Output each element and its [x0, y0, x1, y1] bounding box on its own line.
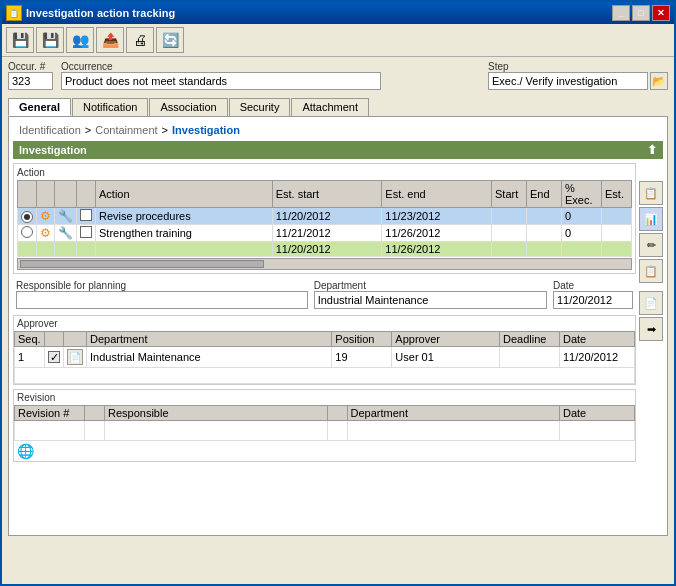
info-row: Occur. # Occurrence Step 📂 — [2, 57, 674, 94]
approver-table: Seq. Department Position Approver Deadli… — [14, 331, 635, 384]
occurrence-input[interactable] — [61, 72, 381, 90]
col-cb — [45, 332, 64, 347]
col-empty2 — [55, 181, 77, 208]
department-label: Department — [314, 280, 547, 291]
tab-security[interactable]: Security — [229, 98, 291, 116]
close-button[interactable]: ✕ — [652, 5, 670, 21]
occur-label: Occur. # — [8, 61, 53, 72]
col-rev-num: Revision # — [15, 406, 85, 421]
gear-icon: ⚙ — [40, 209, 51, 223]
side-btn-4[interactable]: 📋 — [639, 259, 663, 283]
breadcrumb-identification[interactable]: Identification — [19, 124, 81, 136]
tab-notification[interactable]: Notification — [72, 98, 148, 116]
occur-input[interactable] — [8, 72, 53, 90]
col-seq: Seq. — [15, 332, 45, 347]
empty-cell-2 — [37, 242, 55, 257]
maximize-button[interactable]: □ — [632, 5, 650, 21]
collapse-button[interactable]: ⬆ — [647, 143, 657, 157]
approver-row-empty — [15, 368, 635, 384]
table-row-green: 11/20/2012 11/26/2012 — [18, 242, 632, 257]
tab-association[interactable]: Association — [149, 98, 227, 116]
action-cell-2: Strengthen training — [96, 225, 273, 242]
action-table: Action Est. start Est. end Start End % E… — [17, 180, 632, 257]
col-start: Start — [492, 181, 527, 208]
responsible-row: Responsible for planning Department Date — [13, 276, 636, 313]
responsible-label: Responsible for planning — [16, 280, 308, 291]
empty-cell-1 — [18, 242, 37, 257]
window-controls[interactable]: _ □ ✕ — [612, 5, 670, 21]
rev-empty5 — [347, 421, 559, 441]
save2-button[interactable]: 💾 — [36, 27, 64, 53]
people-button[interactable]: 👥 — [66, 27, 94, 53]
date-label: Date — [553, 280, 633, 291]
approver-cell: User 01 — [392, 347, 500, 368]
side-btn-3[interactable]: ✏ — [639, 233, 663, 257]
department-input[interactable] — [314, 291, 547, 309]
empty-cell-3 — [55, 242, 77, 257]
col-rev-responsible: Responsible — [105, 406, 328, 421]
titlebar: 📋 Investigation action tracking _ □ ✕ — [2, 2, 674, 24]
col-radio — [18, 181, 37, 208]
date-cell: 11/20/2012 — [560, 347, 635, 368]
occurrence-field: Occurrence — [61, 61, 480, 90]
col-date: Date — [560, 332, 635, 347]
approver-checkbox[interactable]: ✓ — [48, 351, 60, 363]
radio-2[interactable] — [21, 226, 33, 238]
revision-export-button[interactable]: ➡ — [639, 317, 663, 341]
breadcrumb-sep1: > — [85, 124, 91, 136]
breadcrumb-sep2: > — [162, 124, 168, 136]
col-est-start: Est. start — [272, 181, 382, 208]
checkbox-1[interactable] — [80, 209, 92, 221]
world-icon: 🌐 — [17, 443, 34, 459]
col-end: End — [527, 181, 562, 208]
est-start-cell-2: 11/21/2012 — [272, 225, 382, 242]
revision-row-empty — [15, 421, 635, 441]
breadcrumb-containment[interactable]: Containment — [95, 124, 157, 136]
cb-cell[interactable]: ✓ — [45, 347, 64, 368]
step-browse-button[interactable]: 📂 — [650, 72, 668, 90]
revision-add-button[interactable]: 📄 — [639, 291, 663, 315]
radio-1[interactable] — [21, 211, 33, 223]
tab-attachment[interactable]: Attachment — [291, 98, 369, 116]
checkbox-2[interactable] — [80, 226, 92, 238]
revision-label: Revision — [14, 390, 635, 405]
tab-general[interactable]: General — [8, 98, 71, 116]
est-cell-3 — [602, 242, 632, 257]
col-dept: Department — [87, 332, 332, 347]
save-button[interactable]: 💾 — [6, 27, 34, 53]
start-cell-2 — [492, 225, 527, 242]
minimize-button[interactable]: _ — [612, 5, 630, 21]
breadcrumb-investigation[interactable]: Investigation — [172, 124, 240, 136]
est-start-cell-1: 11/20/2012 — [272, 208, 382, 225]
side-btn-2[interactable]: 📊 — [639, 207, 663, 231]
date-input[interactable] — [553, 291, 633, 309]
icon1-cell-1: ⚙ — [37, 208, 55, 225]
print-button[interactable]: 🖨 — [126, 27, 154, 53]
icon2-cell-1: 🔧 — [55, 208, 77, 225]
refresh-button[interactable]: 🔄 — [156, 27, 184, 53]
responsible-field: Responsible for planning — [16, 280, 308, 309]
step-label: Step — [488, 61, 668, 72]
radio-cell-2[interactable] — [18, 225, 37, 242]
end-cell-3 — [527, 242, 562, 257]
step-field: Step 📂 — [488, 61, 668, 90]
hscroll-thumb[interactable] — [20, 260, 264, 268]
cb-cell-2[interactable] — [77, 225, 96, 242]
step-input[interactable] — [488, 72, 648, 90]
empty-row — [15, 368, 635, 384]
doc-icon[interactable]: 📄 — [67, 349, 83, 365]
side-btn-1[interactable]: 📋 — [639, 181, 663, 205]
cb-cell-1[interactable] — [77, 208, 96, 225]
export-button[interactable]: 📤 — [96, 27, 124, 53]
rev-empty — [15, 421, 85, 441]
table-row: ⚙ 🔧 Strengthen training 11/21/2012 11/26… — [18, 225, 632, 242]
occurrence-label: Occurrence — [61, 61, 480, 72]
est-end-cell-3: 11/26/2012 — [382, 242, 492, 257]
doc-cell[interactable]: 📄 — [64, 347, 87, 368]
radio-cell-1[interactable] — [18, 208, 37, 225]
col-check — [77, 181, 96, 208]
hscrollbar[interactable] — [17, 258, 632, 270]
est-end-cell-2: 11/26/2012 — [382, 225, 492, 242]
responsible-input[interactable] — [16, 291, 308, 309]
date-field: Date — [553, 280, 633, 309]
